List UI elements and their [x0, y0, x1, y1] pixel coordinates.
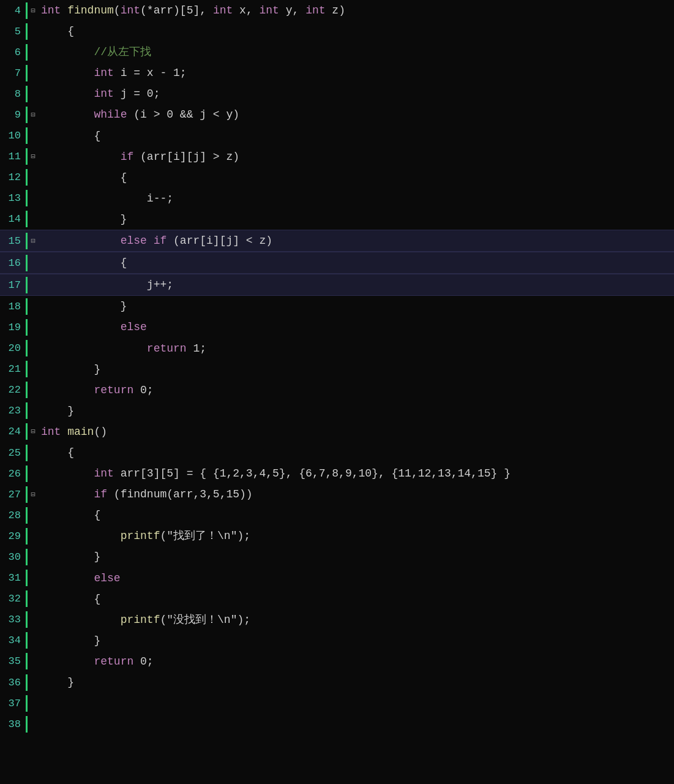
token-kw: int	[121, 4, 140, 17]
code-content: else	[39, 317, 674, 337]
code-line: 38	[0, 714, 674, 734]
code-content: {	[39, 252, 674, 273]
token-white: (arr[i][j] < z)	[167, 235, 272, 247]
code-content: while (i > 0 && j < y)	[39, 104, 674, 125]
line-number: 11	[0, 148, 28, 165]
token-fn: printf	[121, 530, 160, 542]
code-line: 8 int j = 0;	[0, 83, 674, 104]
code-content: if (arr[i][j] > z)	[39, 146, 674, 167]
token-white	[41, 235, 121, 247]
code-line: 22 return 0;	[0, 380, 674, 401]
token-white	[41, 321, 121, 333]
token-purple: else	[121, 321, 147, 333]
code-content: int main()	[39, 421, 674, 442]
token-white: (findnum(arr,3,5,15))	[107, 488, 253, 500]
code-line: 14 }	[0, 209, 674, 230]
code-content: else if (arr[i][j] < z)	[39, 230, 674, 251]
code-content: j++;	[39, 274, 674, 295]
token-purple: else if	[121, 235, 167, 247]
line-number: 29	[0, 528, 28, 545]
line-number: 18	[0, 298, 28, 315]
code-line: 5 {	[0, 21, 674, 42]
token-white	[41, 88, 94, 100]
token-white: }	[41, 551, 100, 563]
token-white: arr[3][5] = { {1,2,3,4,5}, {6,7,8,9,10},…	[114, 467, 511, 480]
code-line: 6 //从左下找	[0, 42, 674, 62]
token-white: ("没找到！\n");	[160, 614, 250, 626]
line-number: 13	[0, 190, 28, 206]
token-white	[41, 572, 94, 584]
token-white: }	[41, 363, 100, 375]
code-content: }	[39, 630, 674, 651]
code-line: 26 int arr[3][5] = { {1,2,3,4,5}, {6,7,8…	[0, 463, 674, 484]
code-editor: 4⊟int findnum(int(*arr)[5], int x, int y…	[0, 0, 674, 734]
token-white: y,	[279, 4, 305, 17]
token-white: {	[41, 447, 74, 459]
token-white: (	[114, 4, 121, 17]
token-kw: int	[94, 67, 113, 79]
token-fn: findnum	[67, 4, 114, 17]
line-number: 37	[0, 695, 28, 712]
token-white	[41, 467, 94, 480]
collapse-button[interactable]: ⊟	[28, 490, 39, 499]
code-content: }	[39, 546, 674, 567]
code-line: 7 int i = x - 1;	[0, 62, 674, 83]
token-white: i = x - 1;	[114, 67, 187, 79]
line-number: 15	[0, 233, 28, 249]
line-number: 32	[0, 590, 28, 607]
collapse-button[interactable]: ⊟	[28, 152, 39, 161]
token-purple: if	[94, 488, 107, 500]
code-line: 28 {	[0, 505, 674, 526]
line-number: 17	[0, 277, 28, 293]
code-line: 20 return 1;	[0, 338, 674, 359]
token-white	[61, 426, 67, 438]
code-content: printf("找到了！\n");	[39, 526, 674, 546]
code-line: 29 printf("找到了！\n");	[0, 526, 674, 546]
line-number: 28	[0, 507, 28, 524]
code-content: return 0;	[39, 651, 674, 672]
code-line: 23 }	[0, 401, 674, 421]
code-line: 24⊟int main()	[0, 421, 674, 442]
code-line: 37	[0, 693, 674, 714]
line-number: 21	[0, 361, 28, 377]
token-white: (i > 0 && j < y)	[127, 108, 239, 121]
token-white: z)	[326, 4, 345, 17]
code-line: 15⊟ else if (arr[i][j] < z)	[0, 230, 674, 252]
line-number: 20	[0, 340, 28, 356]
code-content: {	[39, 167, 674, 188]
code-line: 12 {	[0, 167, 674, 188]
code-line: 17 j++;	[0, 274, 674, 296]
code-line: 9⊟ while (i > 0 && j < y)	[0, 104, 674, 125]
line-number: 36	[0, 674, 28, 691]
collapse-button[interactable]: ⊟	[28, 236, 39, 246]
line-number: 27	[0, 486, 28, 503]
code-line: 18 }	[0, 296, 674, 317]
line-number: 31	[0, 570, 28, 586]
token-white	[41, 384, 94, 396]
collapse-button[interactable]: ⊟	[28, 6, 39, 15]
token-kw: int	[213, 4, 233, 17]
code-content: return 1;	[39, 338, 674, 359]
code-line: 30 }	[0, 546, 674, 567]
line-number: 7	[0, 65, 28, 81]
line-number: 5	[0, 23, 28, 40]
token-white	[41, 342, 147, 355]
line-number: 22	[0, 382, 28, 398]
token-white: 0;	[133, 384, 153, 396]
token-comment: //从左下找	[41, 46, 151, 58]
token-white: }	[41, 213, 127, 225]
line-number: 33	[0, 611, 28, 628]
token-white: {	[41, 172, 127, 184]
collapse-button[interactable]: ⊟	[28, 110, 39, 119]
collapse-button[interactable]: ⊟	[28, 427, 39, 436]
token-white	[41, 655, 94, 668]
code-content: return 0;	[39, 380, 674, 401]
token-white: (arr[i][j] > z)	[133, 151, 239, 163]
token-white: {	[41, 130, 100, 142]
code-line: 36 }	[0, 672, 674, 693]
token-white: }	[41, 676, 74, 688]
code-content: {	[39, 442, 674, 463]
code-content: //从左下找	[39, 42, 674, 62]
token-white: j++;	[41, 279, 173, 291]
token-white: {	[41, 25, 74, 37]
